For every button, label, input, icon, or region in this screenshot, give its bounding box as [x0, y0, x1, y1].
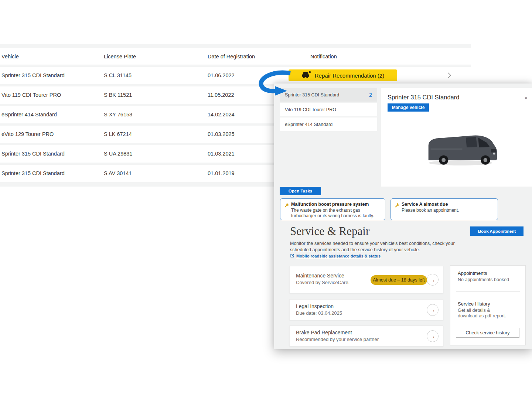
service-card-subtitle: Recommended by your service partner: [296, 337, 379, 342]
page: Vehicle License Plate Date of Registrati…: [0, 0, 532, 399]
arrow-right-button[interactable]: →: [427, 304, 439, 316]
repair-recommendation-label: Repair Recommendation (2): [315, 72, 384, 79]
vehicle-card-title: Sprinter 315 CDI Standard: [388, 94, 459, 101]
date-cell: 14.02.2024: [208, 106, 235, 123]
vehicle-list-item-esprinter-414[interactable]: eSprinter 414 Standard: [280, 117, 377, 131]
task-text: The waste gate on the exhaust gas: [291, 208, 360, 213]
external-link-icon: [290, 253, 294, 259]
task-text: turbocharger or its wiring harness is fa…: [291, 213, 374, 218]
plate-cell: S LK 67214: [104, 126, 132, 143]
column-header-notification: Notification: [310, 48, 337, 65]
close-icon[interactable]: ×: [525, 95, 528, 100]
appointments-history-card: Appointments No appointments booked Serv…: [450, 265, 526, 345]
service-description: Monitor the services needed to ensure yo…: [290, 241, 455, 246]
date-cell: 01.06.2022: [208, 67, 235, 84]
vehicle-list-label: Vito 119 CDI Tourer PRO: [285, 107, 336, 112]
wrench-icon: [395, 202, 400, 209]
date-cell: 11.05.2022: [208, 86, 234, 104]
vehicle-cell: Sprinter 315 CDI Standard: [1, 165, 65, 182]
service-card-title: Legal Inspection: [296, 303, 334, 309]
plate-cell: S BK 11521: [104, 86, 132, 104]
open-tasks-button[interactable]: Open Tasks: [280, 187, 321, 195]
service-card-subtitle: Covered by ServiceCare.: [296, 280, 349, 285]
vehicle-list-item-vito-119[interactable]: Vito 119 CDI Tourer PRO: [280, 103, 377, 116]
table-row[interactable]: Sprinter 315 CDI Standard S CL 31145 01.…: [0, 67, 471, 84]
arrow-right-button[interactable]: →: [427, 330, 439, 342]
legal-inspection-card[interactable]: Legal Inspection Due date: 03.04.2025 →: [289, 299, 443, 320]
service-history-title: Service History: [458, 301, 490, 307]
task-text: Please book an appointment.: [402, 208, 459, 213]
chevron-right-icon[interactable]: [446, 72, 453, 79]
service-history-text: download as pdf report.: [458, 313, 506, 318]
vehicle-cell: Sprinter 315 CDI Standard: [1, 145, 65, 163]
task-title: Malfunction boost pressure system: [291, 202, 369, 207]
service-history-text: Get all details &: [458, 308, 490, 313]
maintenance-service-card[interactable]: Maintenance Service Covered by ServiceCa…: [289, 266, 443, 293]
vehicle-detail-panel: Sprinter 315 CDI Standard 2 Vito 119 CDI…: [274, 83, 532, 349]
arrow-right-button[interactable]: →: [427, 274, 439, 286]
plate-cell: S UA 29831: [104, 145, 132, 163]
task-card-malfunction[interactable]: Malfunction boost pressure system The wa…: [280, 198, 385, 220]
callout-arrow-icon: [258, 70, 293, 97]
vehicle-cell: eSprinter 414 Standard: [1, 106, 57, 123]
table-header-row: Vehicle License Plate Date of Registrati…: [0, 48, 471, 65]
column-header-date: Date of Registration: [208, 48, 255, 65]
plate-cell: S XY 76153: [104, 106, 132, 123]
appointments-text: No appointments booked: [458, 277, 509, 282]
task-card-service-a[interactable]: Service A almost due Please book an appo…: [391, 198, 498, 220]
repair-recommendation-button[interactable]: Repair Recommendation (2): [289, 69, 397, 81]
date-cell: 01.03.2021: [208, 145, 235, 163]
van-wrench-icon: [301, 71, 311, 80]
vehicle-cell: eVito 129 Tourer PRO: [1, 126, 54, 143]
service-description: scheduled appointments and the service h…: [290, 247, 420, 252]
mobilo-assistance-link[interactable]: Mobilo roadside assistance details & sta…: [290, 253, 381, 259]
service-card-subtitle: Due date: 03.04.2025: [296, 310, 342, 316]
manage-vehicle-button[interactable]: Manage vehicle: [388, 103, 429, 112]
wrench-icon: [284, 202, 289, 209]
book-appointment-button[interactable]: Book Appointment: [470, 226, 524, 236]
vehicle-list-label: eSprinter 414 Standard: [285, 122, 332, 127]
vehicle-list-item-sprinter-315[interactable]: Sprinter 315 CDI Standard 2: [280, 88, 377, 102]
check-service-history-button[interactable]: Check service history: [456, 328, 519, 338]
column-header-license-plate: License Plate: [104, 48, 136, 65]
date-cell: 01.03.2025: [208, 126, 235, 143]
van-image: [423, 127, 499, 169]
date-cell: 01.01.2019: [208, 165, 235, 182]
mobilo-link-label: Mobilo roadside assistance details & sta…: [296, 254, 381, 258]
plate-cell: S AV 30141: [104, 165, 132, 182]
vehicle-cell: Vito 119 CDI Tourer PRO: [1, 86, 61, 104]
vehicle-card: Sprinter 315 CDI Standard Manage vehicle…: [381, 88, 532, 187]
column-header-vehicle: Vehicle: [1, 48, 19, 65]
almost-due-badge: Almost due – 18 days left: [371, 275, 427, 285]
service-repair-heading: Service & Repair: [290, 225, 369, 238]
brake-pad-card[interactable]: Brake Pad Replacement Recommended by you…: [289, 325, 443, 347]
vehicle-cell: Sprinter 315 CDI Standard: [1, 67, 65, 84]
plate-cell: S CL 31145: [104, 67, 132, 84]
service-card-title: Brake Pad Replacement: [296, 330, 352, 335]
appointments-title: Appointments: [458, 270, 487, 276]
service-card-title: Maintenance Service: [296, 273, 344, 279]
notification-count-badge: 2: [369, 92, 372, 98]
divider: [456, 291, 520, 291]
task-title: Service A almost due: [402, 202, 448, 207]
